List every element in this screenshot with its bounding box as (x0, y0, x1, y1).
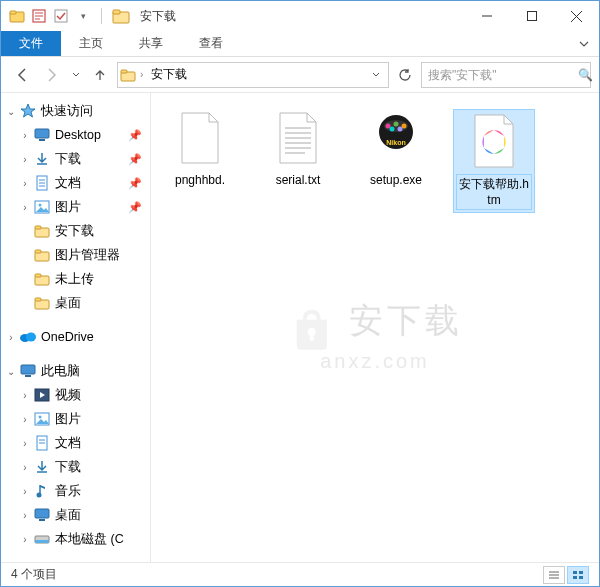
file-exe-icon: Nikon (372, 109, 420, 167)
expand-icon[interactable]: › (19, 414, 31, 425)
qat-dropdown-icon[interactable]: ▾ (75, 8, 91, 24)
svg-rect-6 (55, 10, 67, 22)
address-dropdown-icon[interactable] (366, 71, 386, 79)
expand-icon[interactable]: › (5, 332, 17, 343)
view-icons-button[interactable] (567, 566, 589, 584)
file-item[interactable]: pnghhbd. (159, 109, 241, 213)
svg-rect-29 (35, 274, 41, 277)
sidebar-item-documents2[interactable]: › 文档 (1, 431, 150, 455)
file-pane[interactable]: pnghhbd. serial.txt Nikon setup.exe (151, 93, 599, 562)
minimize-button[interactable] (464, 1, 509, 31)
expand-icon[interactable]: › (19, 510, 31, 521)
svg-point-56 (386, 124, 391, 129)
file-blank-icon (176, 109, 224, 167)
desktop-icon (33, 506, 51, 524)
expand-icon[interactable]: › (19, 534, 31, 545)
pin-icon: 📌 (128, 201, 142, 214)
svg-rect-31 (35, 298, 41, 301)
expand-icon[interactable]: › (19, 154, 31, 165)
tab-file[interactable]: 文件 (1, 31, 61, 56)
close-button[interactable] (554, 1, 599, 31)
search-input[interactable] (428, 68, 578, 82)
sidebar-onedrive[interactable]: › OneDrive (1, 325, 150, 349)
file-item[interactable]: serial.txt (257, 109, 339, 213)
sidebar-item-pictures2[interactable]: › 图片 (1, 407, 150, 431)
search-box[interactable]: 🔍 (421, 62, 591, 88)
svg-text:Nikon: Nikon (386, 139, 405, 146)
expand-icon[interactable]: › (19, 486, 31, 497)
recent-dropdown-icon[interactable] (69, 62, 83, 88)
status-item-count: 4 个项目 (11, 566, 57, 583)
svg-rect-71 (579, 576, 583, 579)
statusbar: 4 个项目 (1, 562, 599, 586)
sidebar-quick-access[interactable]: ⌄ 快速访问 (1, 99, 150, 123)
svg-rect-10 (527, 12, 536, 21)
svg-rect-16 (39, 139, 45, 141)
sidebar-item-label: 下载 (55, 459, 81, 476)
ribbon-expand-icon[interactable] (569, 31, 599, 56)
sidebar-item-downloads[interactable]: › 下载 📌 (1, 147, 150, 171)
refresh-button[interactable] (393, 63, 417, 87)
sidebar-item-label: 桌面 (55, 507, 81, 524)
sidebar-item-label: 文档 (55, 435, 81, 452)
window-title: 安下载 (140, 8, 176, 25)
sidebar-item-label: OneDrive (41, 330, 94, 344)
collapse-icon[interactable]: ⌄ (5, 106, 17, 117)
pictures-icon (33, 410, 51, 428)
folder-icon (33, 222, 51, 240)
file-label: setup.exe (368, 171, 424, 189)
forward-button[interactable] (39, 62, 65, 88)
sidebar-item-anxiazai[interactable]: 安下载 (1, 219, 150, 243)
sidebar-item-pictures[interactable]: › 图片 📌 (1, 195, 150, 219)
folder-icon (112, 7, 130, 25)
address-bar[interactable]: › 安下载 (117, 62, 389, 88)
view-details-button[interactable] (543, 566, 565, 584)
maximize-button[interactable] (509, 1, 554, 31)
sidebar-item-documents[interactable]: › 文档 📌 (1, 171, 150, 195)
expand-icon[interactable]: › (19, 462, 31, 473)
watermark: 安下载 anxz.com (287, 297, 463, 373)
tab-share[interactable]: 共享 (121, 31, 181, 56)
sidebar-item-videos[interactable]: › 视频 (1, 383, 150, 407)
downloads-icon (33, 458, 51, 476)
sidebar-item-label: 本地磁盘 (C (55, 531, 124, 548)
expand-icon[interactable]: › (19, 130, 31, 141)
tab-view[interactable]: 查看 (181, 31, 241, 56)
expand-icon[interactable]: › (19, 390, 31, 401)
sidebar-item-imgmanager[interactable]: 图片管理器 (1, 243, 150, 267)
chevron-right-icon[interactable]: › (140, 69, 143, 80)
svg-rect-69 (579, 571, 583, 574)
folder-icon (33, 246, 51, 264)
sidebar-item-music[interactable]: › 音乐 (1, 479, 150, 503)
sidebar-item-localdisk[interactable]: › 本地磁盘 (C (1, 527, 150, 551)
svg-rect-70 (573, 576, 577, 579)
collapse-icon[interactable]: ⌄ (5, 366, 17, 377)
file-item-selected[interactable]: 安下载帮助.htm (453, 109, 535, 213)
breadcrumb[interactable]: 安下载 (147, 66, 191, 83)
sidebar-this-pc[interactable]: ⌄ 此电脑 (1, 359, 150, 383)
sidebar-item-desktop2[interactable]: 桌面 (1, 291, 150, 315)
file-htm-icon (470, 112, 518, 170)
sidebar-item-label: 图片 (55, 411, 81, 428)
svg-rect-8 (113, 10, 120, 14)
svg-rect-44 (35, 509, 49, 518)
sidebar-item-desktop[interactable]: › Desktop 📌 (1, 123, 150, 147)
file-item[interactable]: Nikon setup.exe (355, 109, 437, 213)
up-button[interactable] (87, 62, 113, 88)
videos-icon (33, 386, 51, 404)
sidebar-item-desktop3[interactable]: › 桌面 (1, 503, 150, 527)
svg-point-58 (402, 124, 407, 129)
properties-icon[interactable] (31, 8, 47, 24)
back-button[interactable] (9, 62, 35, 88)
checkbox-icon[interactable] (53, 8, 69, 24)
expand-icon[interactable]: › (19, 178, 31, 189)
tab-home[interactable]: 主页 (61, 31, 121, 56)
svg-point-62 (490, 138, 498, 146)
svg-rect-25 (35, 226, 41, 229)
sidebar-item-downloads2[interactable]: › 下载 (1, 455, 150, 479)
expand-icon[interactable]: › (19, 438, 31, 449)
svg-point-33 (26, 333, 36, 342)
sidebar-item-notuploaded[interactable]: 未上传 (1, 267, 150, 291)
expand-icon[interactable]: › (19, 202, 31, 213)
svg-point-57 (394, 122, 399, 127)
